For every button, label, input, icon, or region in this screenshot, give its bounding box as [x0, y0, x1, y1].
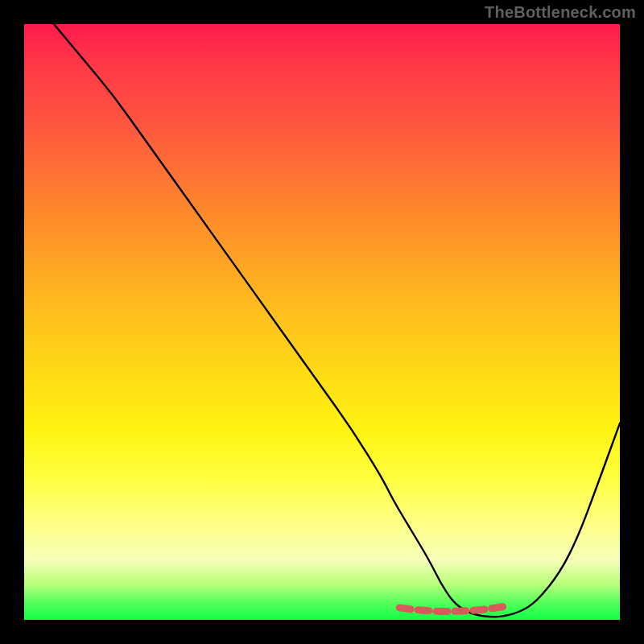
- chart-frame: TheBottleneck.com: [0, 0, 644, 644]
- curve-layer: [24, 24, 620, 620]
- optimal-range-marker: [399, 606, 506, 612]
- bottleneck-curve: [54, 24, 620, 617]
- plot-area: [24, 24, 620, 620]
- watermark-text: TheBottleneck.com: [485, 3, 636, 22]
